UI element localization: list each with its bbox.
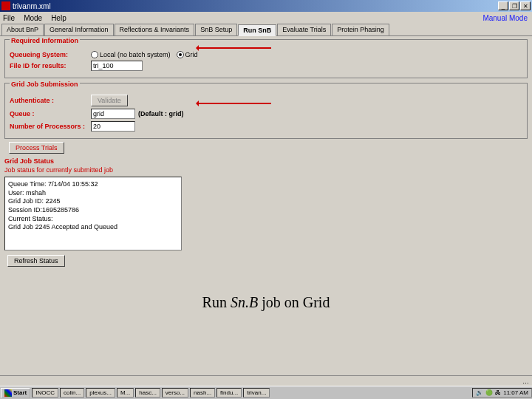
tab-reflections[interactable]: Reflections & Invariants [115,24,195,35]
caption-text: Run [202,294,231,310]
task-item[interactable]: INOCC [32,388,58,398]
file-id-label: File ID for results: [10,62,91,69]
task-item[interactable]: trivan... [243,388,270,398]
start-button[interactable]: Start [1,388,30,398]
radio-local-label[interactable]: Local (no batch system) [100,51,171,58]
content-area: Required Information Queueing System: Lo… [0,36,532,314]
tab-run-snb[interactable]: Run SnB [238,24,276,36]
scroll-ellipsis-icon: … [522,378,529,385]
file-id-input[interactable] [91,61,143,71]
task-item[interactable]: findu... [216,388,242,398]
tray-icon[interactable]: 🖧 [495,389,501,396]
tab-protein[interactable]: Protein Phasing [332,24,389,35]
procs-input[interactable] [91,121,135,132]
radio-grid-label[interactable]: Grid [185,51,198,58]
grid-submission-fieldset: Grid Job Submission Authenticate : Valid… [4,83,528,139]
status-line: Current Status: [8,215,178,224]
mode-indicator: Manual Mode [482,14,528,22]
tab-about[interactable]: About BnP [1,24,44,35]
queue-label: Queue : [10,110,91,117]
radio-grid[interactable] [177,51,184,58]
queue-input[interactable] [91,109,135,119]
annotation-arrow-icon [197,103,271,104]
slide-caption: Run Sn.B job on Grid [4,294,528,311]
queue-default-label: (Default : grid) [138,110,184,117]
system-tray[interactable]: 🔊 🟢 🖧 11:07 AM [472,388,532,398]
horizontal-scrollbar[interactable]: … [0,375,532,386]
status-line: Grid Job ID: 2245 [8,197,178,206]
task-item[interactable]: hasc... [135,388,160,398]
status-line: Queue Time: 7/14/04 10:55:32 [8,180,178,189]
tray-icon[interactable]: 🟢 [485,389,493,396]
status-line: Session ID:1695285786 [8,206,178,215]
menu-bar: File Mode Help Manual Mode [0,12,532,24]
submission-legend: Grid Job Submission [10,81,80,88]
queueing-label: Queueing System: [10,51,91,58]
window-title: trivanrn.xml [13,2,51,10]
process-trials-button[interactable]: Process Trials [9,142,64,154]
menu-file[interactable]: File [3,14,15,22]
refresh-status-button[interactable]: Refresh Status [7,255,65,267]
required-legend: Required Information [10,37,80,44]
tab-strip: About BnP General Information Reflection… [0,24,532,36]
status-subtitle: Job status for currently submitted job [4,166,528,174]
radio-local[interactable] [91,51,98,58]
taskbar: Start INOCC colin... plexus... M... hasc… [0,386,532,399]
start-label: Start [13,389,27,396]
tray-icon[interactable]: 🔊 [476,389,483,396]
app-icon [1,1,10,10]
tab-evaluate[interactable]: Evaluate Trials [277,24,331,35]
annotation-arrow-icon [197,47,271,49]
procs-label: Number of Processors : [10,123,91,130]
clock: 11:07 AM [503,389,528,396]
task-item[interactable]: plexus... [86,388,115,398]
status-title: Grid Job Status [4,157,528,165]
status-line: User: mshah [8,189,178,198]
caption-ital: Sn.B [231,294,258,310]
authenticate-label: Authenticate : [10,97,91,104]
title-bar: trivanrn.xml _ ❐ ✕ [0,0,532,12]
task-item[interactable]: nash... [190,388,215,398]
status-line: Grid Job 2245 Accepted and Queued [8,223,178,232]
maximize-button[interactable]: ❐ [509,1,519,10]
caption-text: job on Grid [258,294,330,310]
close-button[interactable]: ✕ [520,1,531,10]
menu-help[interactable]: Help [51,14,66,22]
menu-mode[interactable]: Mode [24,14,42,22]
validate-button[interactable]: Validate [91,95,128,106]
tab-general[interactable]: General Information [44,24,114,35]
minimize-button[interactable]: _ [498,1,508,10]
task-item[interactable]: verso... [162,388,188,398]
task-item[interactable]: M... [117,388,134,398]
windows-icon [4,389,12,397]
tab-snb-setup[interactable]: SnB Setup [195,24,237,35]
status-textarea[interactable]: Queue Time: 7/14/04 10:55:32 User: mshah… [4,177,182,250]
task-item[interactable]: colin... [60,388,84,398]
required-info-fieldset: Required Information Queueing System: Lo… [4,39,528,78]
